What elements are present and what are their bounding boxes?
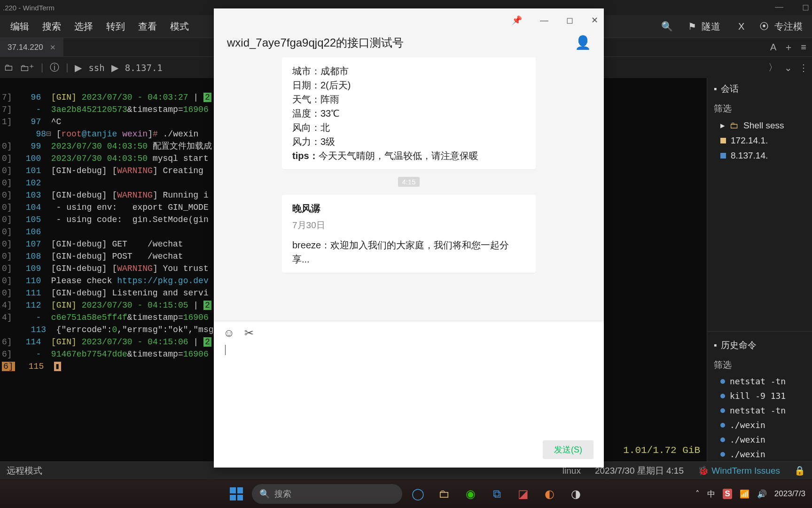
lock-icon[interactable]: 🔒 <box>794 465 805 476</box>
volume-icon[interactable]: 🔊 <box>757 489 767 499</box>
session-tab[interactable]: 37.14.220 ✕ <box>0 38 63 57</box>
message-timestamp: 4:15 <box>223 178 594 186</box>
vscode-icon[interactable]: ⧉ <box>486 483 508 505</box>
window-title: .220 - WindTerm <box>3 4 55 12</box>
search-placeholder: 搜索 <box>274 488 291 500</box>
contact-icon[interactable]: 👤 <box>575 35 591 51</box>
session-tree-root[interactable]: ▸ 🗀 Shell sess <box>707 118 812 133</box>
chat-titlebar[interactable]: 📌 — ◻ ✕ <box>214 8 604 32</box>
menu-goto[interactable]: 转到 <box>100 17 132 36</box>
edge-icon[interactable]: ◯ <box>407 483 429 505</box>
folder-add-icon[interactable]: 🗀⁺ <box>20 62 34 73</box>
obs-icon[interactable]: ◑ <box>565 483 586 505</box>
session-host[interactable]: 8.137.14. <box>707 148 812 163</box>
protocol-label: ssh <box>88 63 104 73</box>
taskbar: 🔍 搜索 ◯ 🗀 ◉ ⧉ ◪ ◐ ◑ ˄ 中 S 📶 🔊 2023/7/3 <box>0 480 812 508</box>
weather-card[interactable]: 城市：成都市 日期：2(后天) 天气：阵雨 温度：33℃ 风向：北 风力：3级 … <box>282 57 536 169</box>
article-title: 晚风潺 <box>292 201 525 215</box>
issues-link[interactable]: 🐞 WindTerm Issues <box>698 465 780 476</box>
menu-select[interactable]: 选择 <box>68 17 100 36</box>
history-item[interactable]: kill -9 131 <box>707 389 812 403</box>
play-icon[interactable]: ▶ <box>75 62 82 73</box>
app-icon[interactable]: ◪ <box>512 483 534 505</box>
host-label: 8.137.1 <box>125 63 163 73</box>
focus-mode-button[interactable]: ⦿ 专注模 <box>757 19 808 34</box>
maximize-icon[interactable]: ◻ <box>566 15 573 25</box>
history-item[interactable]: ./wexin <box>707 447 812 461</box>
search-icon[interactable]: 🔍 <box>658 20 676 33</box>
sessions-filter[interactable]: 筛选 <box>707 100 812 118</box>
status-datetime: 2023/7/30 星期日 4:15 <box>595 465 684 477</box>
minimize-icon[interactable]: — <box>540 16 548 25</box>
x-button[interactable]: X <box>735 20 747 33</box>
font-size-button[interactable]: A <box>770 42 776 53</box>
app-icon[interactable]: ◐ <box>539 483 560 505</box>
chevron-right-icon: ▶ <box>111 62 118 73</box>
ime-indicator[interactable]: 中 <box>707 489 715 500</box>
info-icon[interactable]: ⓘ <box>50 61 59 74</box>
history-item[interactable]: ./wexin <box>707 418 812 432</box>
tray-chevron-icon[interactable]: ˄ <box>695 489 700 499</box>
chevron-down-icon[interactable]: ⌄ <box>784 62 792 73</box>
more-icon[interactable]: ⋮ <box>799 62 808 73</box>
chat-title: wxid_7aye7fga9qjq22的接口测试号 <box>227 35 404 50</box>
menu-search[interactable]: 搜索 <box>36 17 68 36</box>
search-icon: 🔍 <box>259 489 270 499</box>
tab-menu-button[interactable]: ≡ <box>801 42 806 53</box>
nav-forward-icon[interactable]: 〉 <box>768 61 778 74</box>
folder-icon[interactable]: 🗀 <box>4 62 13 73</box>
menu-mode[interactable]: 模式 <box>164 17 195 36</box>
chat-input-area: ☺ ✂ 发送(S) <box>214 321 604 468</box>
memory-status: 1.01/1.72 GiB <box>623 444 700 457</box>
pin-icon[interactable]: 📌 <box>512 15 522 25</box>
taskbar-date: 2023/7/3 <box>774 489 805 499</box>
wifi-icon[interactable]: 📶 <box>740 489 750 499</box>
history-item[interactable]: netstat -tn <box>707 403 812 418</box>
article-date: 7月30日 <box>292 218 525 232</box>
maximize-icon[interactable]: ◻ <box>802 2 809 12</box>
add-tab-button[interactable]: ＋ <box>784 41 793 54</box>
history-panel-title: ▪ 历史命令 <box>707 334 812 356</box>
article-card[interactable]: 晚风潺 7月30日 breeze：欢迎加入我们的大家庭，我们将和您一起分享... <box>282 195 536 273</box>
chat-input[interactable] <box>214 345 604 440</box>
chat-header: wxid_7aye7fga9qjq22的接口测试号 👤 <box>214 32 604 57</box>
minimize-icon[interactable]: — <box>775 2 783 12</box>
close-icon[interactable]: ✕ <box>591 15 598 25</box>
tunnel-button[interactable]: ⚑ 隧道 <box>685 19 726 34</box>
menu-view[interactable]: 查看 <box>132 17 164 36</box>
menu-edit[interactable]: 编辑 <box>4 17 36 36</box>
explorer-icon[interactable]: 🗀 <box>433 483 455 505</box>
emoji-icon[interactable]: ☺ <box>223 326 235 340</box>
history-item[interactable]: ./wexin <box>707 432 812 447</box>
close-icon[interactable]: ✕ <box>50 43 56 52</box>
history-item[interactable]: netstat -tn <box>707 374 812 389</box>
history-filter[interactable]: 筛选 <box>707 356 812 374</box>
chat-window: 📌 — ◻ ✕ wxid_7aye7fga9qjq22的接口测试号 👤 城市：成… <box>214 8 604 468</box>
chat-body[interactable]: 城市：成都市 日期：2(后天) 天气：阵雨 温度：33℃ 风向：北 风力：3级 … <box>214 57 604 321</box>
taskbar-search[interactable]: 🔍 搜索 <box>252 484 402 504</box>
session-host[interactable]: 172.14.1. <box>707 133 812 148</box>
wechat-icon[interactable]: ◉ <box>460 483 481 505</box>
sessions-panel-title: ▪ 会话 <box>707 78 812 100</box>
start-button[interactable] <box>226 483 247 505</box>
status-mode: 远程模式 <box>7 465 42 477</box>
ime-app-icon[interactable]: S <box>723 489 732 499</box>
right-panel: ▪ 会话 筛选 ▸ 🗀 Shell sess 172.14.1. 8.137.1… <box>707 78 812 461</box>
tab-label: 37.14.220 <box>8 43 43 52</box>
article-summary: breeze：欢迎加入我们的大家庭，我们将和您一起分享... <box>292 238 525 266</box>
scissors-icon[interactable]: ✂ <box>244 326 254 340</box>
send-button[interactable]: 发送(S) <box>543 440 593 459</box>
